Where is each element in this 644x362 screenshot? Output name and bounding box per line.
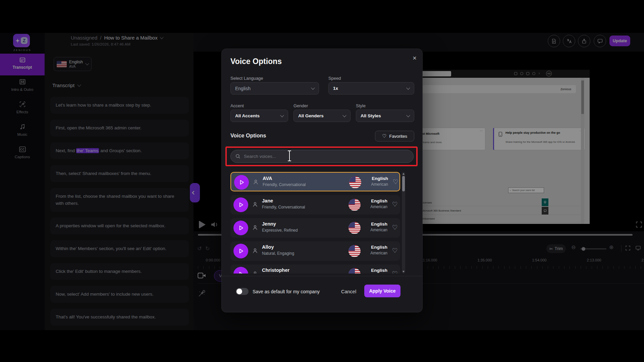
voice-language: English <box>362 176 388 181</box>
play-voice-button[interactable] <box>234 175 249 190</box>
voice-name: Christopher <box>262 267 289 273</box>
us-flag-icon <box>349 176 361 188</box>
accent-label: Accent <box>230 103 244 108</box>
voice-row[interactable]: Christopher English ♡ <box>230 264 400 274</box>
voice-name: Jenny <box>262 221 276 227</box>
voice-accent: American <box>362 182 388 187</box>
accent-value: All Accents <box>235 113 260 118</box>
heart-icon: ♡ <box>382 133 386 139</box>
gender-select[interactable]: All Genders <box>293 110 351 122</box>
us-flag-icon <box>348 245 361 257</box>
speed-select[interactable]: 1x <box>328 82 414 95</box>
favorites-label: Favorites <box>389 134 407 139</box>
play-voice-button[interactable] <box>233 221 248 235</box>
favorite-heart-icon[interactable]: ♡ <box>393 178 398 186</box>
footer-divider <box>222 276 422 276</box>
style-select[interactable]: All Styles <box>356 110 414 122</box>
person-icon <box>252 247 258 254</box>
scroll-up-icon[interactable] <box>402 173 405 175</box>
voice-accent: American <box>361 204 387 209</box>
person-icon <box>252 224 258 231</box>
person-icon <box>252 201 258 208</box>
person-icon <box>252 270 258 274</box>
chevron-down-icon <box>280 113 284 117</box>
voice-options-modal: × Voice Options Select Language Speed En… <box>221 49 423 312</box>
voice-row[interactable]: Jane Friendly, Conversational English Am… <box>230 195 400 215</box>
chevron-down-icon <box>342 113 346 117</box>
voice-desc: Friendly, Conversational <box>263 182 306 187</box>
voice-name: Jane <box>262 198 273 203</box>
style-label: Style <box>356 103 366 108</box>
voice-desc: Natural, Engaging <box>262 251 294 256</box>
style-value: All Styles <box>361 113 381 118</box>
play-voice-button[interactable] <box>233 244 248 258</box>
speed-label: Speed <box>328 76 341 81</box>
voice-desc: Friendly, Conversational <box>262 205 305 209</box>
accent-select[interactable]: All Accents <box>230 110 288 122</box>
text-cursor-icon <box>287 150 291 161</box>
voice-list: AVA Friendly, Conversational English Ame… <box>230 172 414 274</box>
voice-language: English <box>361 198 387 203</box>
language-label: Select Language <box>230 76 263 81</box>
voice-language: English <box>361 268 387 273</box>
voice-row-selected[interactable]: AVA Friendly, Conversational English Ame… <box>230 172 400 191</box>
voice-list-scrollbar[interactable] <box>402 172 405 274</box>
us-flag-icon <box>348 268 361 274</box>
modal-title: Voice Options <box>230 57 282 66</box>
play-voice-button[interactable] <box>233 197 248 212</box>
save-default-label: Save as default for my company <box>253 289 320 294</box>
us-flag-icon <box>348 222 361 234</box>
speed-value: 1x <box>333 86 338 91</box>
play-voice-button[interactable] <box>233 267 248 274</box>
favorites-button[interactable]: ♡ Favorites <box>375 131 414 141</box>
voice-desc: Expressive, Refined <box>262 228 298 233</box>
voice-name: Alloy <box>262 244 274 250</box>
gender-label: Gender <box>293 103 308 108</box>
voice-accent: American <box>361 251 387 255</box>
chevron-down-icon <box>406 113 410 117</box>
favorite-heart-icon[interactable]: ♡ <box>392 200 398 208</box>
language-select[interactable]: English <box>230 82 319 95</box>
voice-row[interactable]: Jenny Expressive, Refined English Americ… <box>230 218 400 238</box>
chevron-down-icon <box>406 86 410 89</box>
favorite-heart-icon[interactable]: ♡ <box>392 224 398 231</box>
us-flag-icon <box>348 199 361 211</box>
voice-language: English <box>361 222 387 227</box>
favorite-heart-icon[interactable]: ♡ <box>392 247 398 254</box>
tutorial-highlight-box <box>225 146 418 166</box>
scrollbar-thumb[interactable] <box>402 176 405 191</box>
person-icon <box>253 179 259 185</box>
favorite-heart-icon[interactable]: ♡ <box>392 270 398 274</box>
scroll-down-icon[interactable] <box>402 271 405 273</box>
save-default-toggle[interactable] <box>236 288 249 295</box>
apply-voice-button[interactable]: Apply Voice <box>364 285 400 297</box>
gender-value: All Genders <box>298 113 324 118</box>
voice-row[interactable]: Alloy Natural, Engaging English American… <box>230 241 400 261</box>
close-icon[interactable]: × <box>410 53 420 63</box>
chevron-down-icon <box>311 86 315 89</box>
voice-name: AVA <box>263 176 272 181</box>
language-value: English <box>235 86 251 91</box>
toggle-knob[interactable] <box>236 289 242 294</box>
cancel-button[interactable]: Cancel <box>338 288 360 296</box>
voice-options-section-title: Voice Options <box>230 133 266 139</box>
voice-language: English <box>361 245 387 250</box>
voice-accent: American <box>361 228 387 232</box>
